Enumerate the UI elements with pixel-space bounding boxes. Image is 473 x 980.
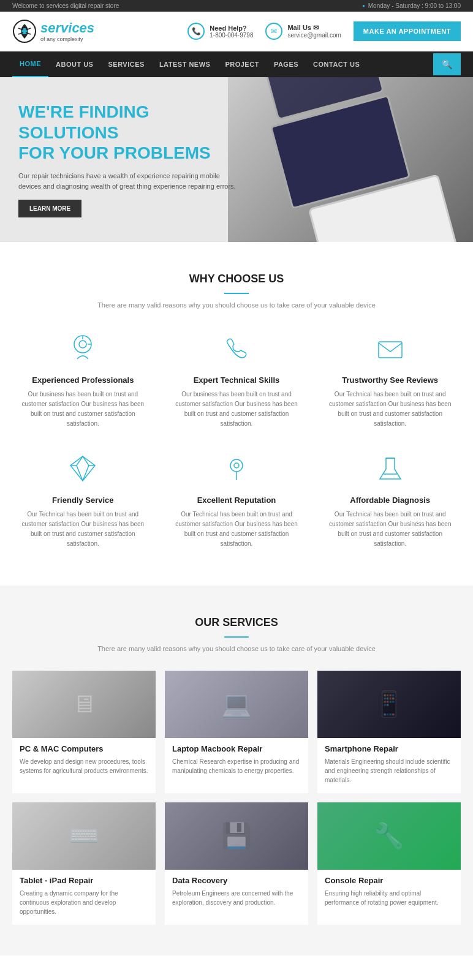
hero-headline: WE'RE FINDING SOLUTIONS FOR YOUR PROBLEM… bbox=[18, 102, 239, 164]
why-desc-6: Our Technical has been built on trust an… bbox=[325, 510, 455, 549]
nav-home[interactable]: HOME bbox=[12, 51, 48, 77]
service-phone-desc: Materials Engineering should include sci… bbox=[325, 757, 453, 785]
why-title-2: Expert Technical Skills bbox=[172, 375, 301, 385]
service-console: 🔧 Console Repair Ensuring high reliabili… bbox=[317, 802, 461, 925]
why-title-3: Trustworthy See Reviews bbox=[325, 375, 455, 385]
phone-icon-why bbox=[172, 333, 301, 369]
why-title-1: Experienced Professionals bbox=[18, 375, 148, 385]
service-phone-image: 📱 bbox=[317, 671, 461, 738]
services-sub: There are many valid reasons why you sho… bbox=[12, 645, 461, 652]
services-section: OUR SERVICES There are many valid reason… bbox=[0, 586, 473, 956]
why-item-3: Trustworthy See Reviews Our Technical ha… bbox=[319, 327, 461, 435]
svg-point-10 bbox=[230, 459, 243, 472]
contact-phone-text: Need Help? 1-800-004-9798 bbox=[210, 24, 253, 39]
why-item-6: Affordable Diagnosis Our Technical has b… bbox=[319, 447, 461, 555]
contact-phone: 📞 Need Help? 1-800-004-9798 bbox=[187, 23, 253, 40]
service-pc-title: PC & MAC Computers bbox=[20, 744, 148, 753]
service-console-image: 🔧 bbox=[317, 802, 461, 870]
service-tablet-desc: Creating a dynamic company for the conti… bbox=[20, 889, 148, 916]
service-pc: 🖥 PC & MAC Computers We develop and desi… bbox=[12, 671, 156, 793]
logo-text: services of any complexity bbox=[40, 20, 94, 42]
hours-text: Monday - Saturday : 9:00 to 13:00 bbox=[362, 2, 461, 9]
svg-point-2 bbox=[79, 341, 86, 348]
services-divider bbox=[224, 636, 249, 638]
svg-line-9 bbox=[83, 466, 89, 481]
hero-content: WE'RE FINDING SOLUTIONS FOR YOUR PROBLEM… bbox=[0, 77, 257, 242]
nav-news[interactable]: LATEST NEWS bbox=[152, 52, 218, 77]
service-pc-content: PC & MAC Computers We develop and design… bbox=[12, 738, 156, 784]
why-title-5: Excellent Reputation bbox=[172, 496, 301, 505]
service-data-desc: Petroleum Engineers are concerned with t… bbox=[172, 889, 301, 907]
logo: services of any complexity bbox=[12, 19, 94, 43]
learn-more-button[interactable]: LEARN MORE bbox=[18, 200, 81, 217]
nav-contact[interactable]: CONTACT US bbox=[306, 52, 367, 77]
steps-section: 1 Broken Device If your device breaks, d… bbox=[0, 956, 473, 980]
top-bar: Welcome to services digital repair store… bbox=[0, 0, 473, 12]
why-title-4: Friendly Service bbox=[18, 496, 148, 505]
service-pc-desc: We develop and design new procedures, to… bbox=[20, 757, 148, 775]
service-tablet-content: Tablet - iPad Repair Creating a dynamic … bbox=[12, 870, 156, 925]
main-nav: HOME ABOUT US SERVICES LATEST NEWS PROJE… bbox=[0, 51, 473, 77]
header: services of any complexity 📞 Need Help? … bbox=[0, 12, 473, 51]
hero-image bbox=[228, 77, 473, 242]
service-laptop-content: Laptop Macbook Repair Chemical Research … bbox=[165, 738, 308, 784]
service-laptop-title: Laptop Macbook Repair bbox=[172, 744, 301, 753]
search-icon[interactable]: 🔍 bbox=[433, 53, 461, 75]
service-phone-content: Smartphone Repair Materials Engineering … bbox=[317, 738, 461, 793]
header-contacts: 📞 Need Help? 1-800-004-9798 ✉ Mail Us ✉ … bbox=[187, 21, 461, 41]
why-title-6: Affordable Diagnosis bbox=[325, 496, 455, 505]
svg-point-1 bbox=[21, 28, 28, 34]
svg-marker-7 bbox=[70, 456, 95, 481]
pin-icon bbox=[172, 453, 301, 489]
nav-pages[interactable]: PAGES bbox=[267, 52, 306, 77]
service-tablet-image: ⌨️ bbox=[12, 802, 156, 870]
service-tablet-title: Tablet - iPad Repair bbox=[20, 876, 148, 885]
why-desc-4: Our Technical has been built on trust an… bbox=[18, 510, 148, 549]
service-pc-image: 🖥 bbox=[12, 671, 156, 738]
welcome-text: Welcome to services digital repair store bbox=[12, 2, 119, 9]
contact-email: ✉ Mail Us ✉ service@gmail.com bbox=[265, 23, 341, 40]
service-phone-title: Smartphone Repair bbox=[325, 744, 453, 753]
service-laptop: 💻 Laptop Macbook Repair Chemical Researc… bbox=[165, 671, 308, 793]
svg-line-8 bbox=[77, 466, 83, 481]
why-section: WHY CHOOSE US There are many valid reaso… bbox=[0, 242, 473, 586]
services-grid: 🖥 PC & MAC Computers We develop and desi… bbox=[12, 671, 461, 925]
svg-rect-6 bbox=[379, 342, 402, 358]
why-desc-2: Our business has been built on trust and… bbox=[172, 390, 301, 429]
logo-icon bbox=[12, 19, 37, 43]
why-title: WHY CHOOSE US bbox=[12, 273, 461, 285]
why-desc-1: Our business has been built on trust and… bbox=[18, 390, 148, 429]
service-phone: 📱 Smartphone Repair Materials Engineerin… bbox=[317, 671, 461, 793]
service-laptop-image: 💻 bbox=[165, 671, 308, 738]
nav-services[interactable]: SERVICES bbox=[100, 52, 151, 77]
target-icon bbox=[18, 333, 148, 369]
service-data-content: Data Recovery Petroleum Engineers are co… bbox=[165, 870, 308, 916]
email-icon: ✉ bbox=[265, 23, 282, 40]
service-console-content: Console Repair Ensuring high reliability… bbox=[317, 870, 461, 916]
service-console-desc: Ensuring high reliability and optimal pe… bbox=[325, 889, 453, 907]
contact-email-text: Mail Us ✉ service@gmail.com bbox=[287, 24, 341, 39]
why-grid: Experienced Professionals Our business h… bbox=[12, 327, 461, 555]
why-item-1: Experienced Professionals Our business h… bbox=[12, 327, 154, 435]
appointment-button[interactable]: MAKE AN APPOINTMENT bbox=[354, 21, 461, 41]
why-sub: There are many valid reasons why you sho… bbox=[12, 301, 461, 309]
hero-section: WE'RE FINDING SOLUTIONS FOR YOUR PROBLEM… bbox=[0, 77, 473, 242]
nav-about[interactable]: ABOUT US bbox=[48, 52, 100, 77]
why-item-5: Excellent Reputation Our Technical has b… bbox=[166, 447, 308, 555]
service-data-image: 💾 bbox=[165, 802, 308, 870]
why-desc-3: Our Technical has been built on trust an… bbox=[325, 390, 455, 429]
why-item-2: Expert Technical Skills Our business has… bbox=[166, 327, 308, 435]
mail-icon bbox=[325, 333, 455, 369]
flask-icon bbox=[325, 453, 455, 489]
phone-icon: 📞 bbox=[187, 23, 205, 40]
hero-devices bbox=[257, 77, 462, 242]
nav-project[interactable]: PROJECT bbox=[218, 52, 266, 77]
svg-point-11 bbox=[234, 463, 239, 468]
service-tablet: ⌨️ Tablet - iPad Repair Creating a dynam… bbox=[12, 802, 156, 925]
diamond-icon bbox=[18, 453, 148, 489]
service-data: 💾 Data Recovery Petroleum Engineers are … bbox=[165, 802, 308, 925]
brand-sub: of any complexity bbox=[40, 36, 94, 42]
why-item-4: Friendly Service Our Technical has been … bbox=[12, 447, 154, 555]
service-data-title: Data Recovery bbox=[172, 876, 301, 885]
brand-name: services bbox=[40, 20, 94, 36]
